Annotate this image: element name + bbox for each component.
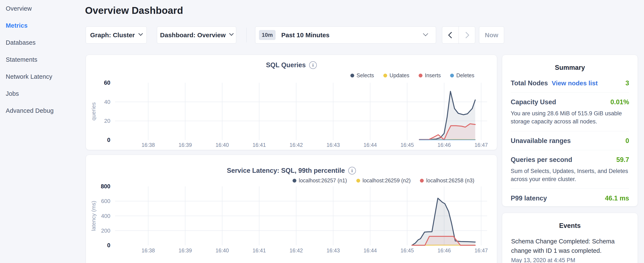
x-tick-label: 16:43 <box>326 142 340 148</box>
sidebar-nav: OverviewMetricsDatabasesStatementsNetwor… <box>6 0 80 119</box>
summary-row-head: Queries per second59.7 <box>511 156 629 164</box>
sidebar-item-overview[interactable]: Overview <box>6 0 80 17</box>
x-tick-label: 16:44 <box>364 142 377 148</box>
dashboard-dropdown-label: Dashboard: Overview <box>160 32 226 39</box>
summary-row-label: Total Nodes <box>511 79 548 87</box>
x-tick-label: 16:39 <box>178 247 192 253</box>
events-panel-title: Events <box>502 213 638 229</box>
summary-row-label: P99 latency <box>511 194 547 202</box>
summary-row-value: 3 <box>626 79 629 87</box>
y-tick-label: 200 <box>101 227 110 234</box>
summary-row-p99-latency: P99 latency46.1 ms <box>511 188 629 207</box>
x-tick-label: 16:38 <box>142 247 155 253</box>
x-tick-label: 16:42 <box>290 142 303 148</box>
sql-queries-chart: 16:3816:3916:4016:4116:4216:4316:4416:45… <box>86 55 497 150</box>
overview-dashboard-page: OverviewMetricsDatabasesStatementsNetwor… <box>0 0 644 263</box>
event-item[interactable]: Schema Change Completed: Schema change w… <box>502 229 638 263</box>
x-tick-label: 16:44 <box>364 247 377 253</box>
summary-row-value: 46.1 ms <box>605 194 629 202</box>
summary-rows: Total NodesView nodes list3Capacity Used… <box>502 72 638 207</box>
chevron-left-icon <box>448 32 454 38</box>
event-message: Schema Change Completed: Schema change w… <box>511 237 629 255</box>
x-tick-label: 16:45 <box>400 247 414 253</box>
chevron-down-icon <box>138 31 143 36</box>
x-tick-label: 16:41 <box>252 247 266 253</box>
summary-row-value: 59.7 <box>616 156 629 164</box>
service-latency-chart: 16:3816:3916:4016:4116:4216:4316:4416:45… <box>86 155 497 263</box>
controls-divider <box>246 28 247 42</box>
y-tick-label: 400 <box>101 213 110 219</box>
x-tick-label: 16:38 <box>142 142 155 148</box>
summary-row-label: Unavailable ranges <box>511 137 571 145</box>
x-tick-label: 16:42 <box>290 247 303 253</box>
x-tick-label: 16:46 <box>438 142 451 148</box>
x-tick-label: 16:47 <box>474 247 488 253</box>
dashboard-dropdown[interactable]: Dashboard: Overview <box>157 26 236 44</box>
y-tick-label: 0 <box>107 242 110 248</box>
now-button-label: Now <box>485 32 498 39</box>
summary-row-head: Capacity Used0.01% <box>511 98 629 106</box>
y-tick-label: 20 <box>104 118 110 124</box>
summary-row-head: Unavailable ranges0 <box>511 137 629 145</box>
sidebar-item-advanced-debug[interactable]: Advanced Debug <box>6 102 80 119</box>
now-button[interactable]: Now <box>479 26 504 44</box>
time-range-dropdown[interactable]: 10m Past 10 Minutes <box>255 26 436 44</box>
x-tick-label: 16:40 <box>216 142 229 148</box>
sidebar-item-databases[interactable]: Databases <box>6 34 80 51</box>
y-tick-label: 600 <box>101 198 110 204</box>
time-range-label: Past 10 Minutes <box>281 32 330 39</box>
summary-row-unavailable-ranges: Unavailable ranges0 <box>511 131 629 150</box>
summary-panel: Summary Total NodesView nodes list3Capac… <box>502 55 638 206</box>
view-nodes-list-link[interactable]: View nodes list <box>552 80 598 87</box>
x-tick-label: 16:39 <box>178 142 192 148</box>
y-axis-label: queries <box>90 102 97 120</box>
events-panel: Events Schema Change Completed: Schema c… <box>502 213 638 263</box>
summary-row-description: You are using 28.6 MiB of 515.9 GiB usab… <box>511 109 629 126</box>
time-range-badge: 10m <box>259 30 276 40</box>
x-tick-label: 16:43 <box>326 247 340 253</box>
summary-row-capacity-used: Capacity Used0.01%You are using 28.6 MiB… <box>511 92 629 131</box>
events-list: Schema Change Completed: Schema change w… <box>502 229 638 263</box>
time-step-forward-button[interactable] <box>458 27 475 43</box>
sidebar-item-jobs[interactable]: Jobs <box>6 85 80 102</box>
x-tick-label: 16:47 <box>474 142 488 148</box>
summary-row-label: Queries per second <box>511 156 572 164</box>
chevron-down-icon <box>423 31 428 36</box>
summary-row-head: P99 latency46.1 ms <box>511 194 629 202</box>
y-axis-label: latency (ms) <box>90 201 97 231</box>
page-title: Overview Dashboard <box>85 5 183 16</box>
summary-row-value: 0 <box>626 137 629 145</box>
sql-queries-chart-card: SQL Queries i SelectsUpdatesInsertsDelet… <box>86 55 497 150</box>
graph-scope-dropdown-label: Graph: Cluster <box>90 32 135 39</box>
summary-row-queries-per-second: Queries per second59.7Sum of Selects, Up… <box>511 150 629 189</box>
summary-row-total-nodes: Total NodesView nodes list3 <box>511 74 629 92</box>
summary-row-head: Total NodesView nodes list3 <box>511 79 629 87</box>
chevron-right-icon <box>463 32 469 38</box>
x-tick-label: 16:45 <box>400 142 414 148</box>
graph-scope-dropdown[interactable]: Graph: Cluster <box>86 26 147 44</box>
sidebar-item-statements[interactable]: Statements <box>6 51 80 68</box>
x-tick-label: 16:40 <box>216 247 229 253</box>
event-timestamp: May 13, 2020 at 4:45 PM <box>511 257 629 263</box>
x-tick-label: 16:46 <box>438 247 451 253</box>
x-tick-label: 16:41 <box>252 142 266 148</box>
y-tick-label: 40 <box>104 99 110 105</box>
service-latency-chart-card: Service Latency: SQL, 99th percentile i … <box>86 155 497 263</box>
sidebar-item-network-latency[interactable]: Network Latency <box>6 68 80 85</box>
summary-row-value: 0.01% <box>610 98 629 106</box>
time-step-buttons <box>442 26 475 44</box>
sidebar-item-metrics[interactable]: Metrics <box>6 17 80 34</box>
y-tick-label: 800 <box>101 183 110 190</box>
y-tick-label: 0 <box>107 137 110 143</box>
summary-row-description: Sum of Selects, Updates, Inserts, and De… <box>511 167 629 183</box>
chevron-down-icon <box>229 31 234 36</box>
y-tick-label: 60 <box>104 80 110 86</box>
time-step-back-button[interactable] <box>442 27 458 43</box>
summary-panel-title: Summary <box>502 55 638 72</box>
summary-row-label: Capacity Used <box>511 98 556 106</box>
